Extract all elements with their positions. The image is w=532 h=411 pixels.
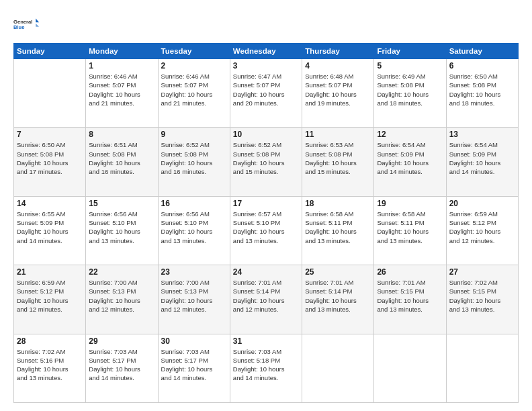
day-info: Sunrise: 6:54 AMSunset: 5:09 PMDaylight:… xyxy=(449,140,515,176)
svg-marker-2 xyxy=(36,18,39,22)
day-info: Sunrise: 7:00 AMSunset: 5:13 PMDaylight:… xyxy=(89,278,154,314)
day-info: Sunrise: 6:49 AMSunset: 5:08 PMDaylight:… xyxy=(377,72,443,107)
day-info: Sunrise: 6:55 AMSunset: 5:09 PMDaylight:… xyxy=(17,210,83,245)
day-info: Sunrise: 6:59 AMSunset: 5:12 PMDaylight:… xyxy=(17,278,83,314)
day-cell: 2Sunrise: 6:46 AMSunset: 5:07 PMDaylight… xyxy=(158,59,230,128)
day-info: Sunrise: 6:56 AMSunset: 5:10 PMDaylight:… xyxy=(161,210,227,245)
day-cell: 29Sunrise: 7:03 AMSunset: 5:17 PMDayligh… xyxy=(86,334,158,402)
day-cell: 10Sunrise: 6:52 AMSunset: 5:08 PMDayligh… xyxy=(230,128,302,196)
day-info: Sunrise: 6:56 AMSunset: 5:10 PMDaylight:… xyxy=(89,210,154,245)
day-info: Sunrise: 6:50 AMSunset: 5:08 PMDaylight:… xyxy=(449,72,515,107)
day-number: 21 xyxy=(17,267,83,277)
day-cell: 4Sunrise: 6:48 AMSunset: 5:07 PMDaylight… xyxy=(302,59,374,128)
day-info: Sunrise: 6:48 AMSunset: 5:07 PMDaylight:… xyxy=(305,72,371,107)
day-info: Sunrise: 7:02 AMSunset: 5:15 PMDaylight:… xyxy=(449,278,515,314)
day-number: 17 xyxy=(233,199,299,208)
day-cell xyxy=(14,59,86,128)
day-cell: 5Sunrise: 6:49 AMSunset: 5:08 PMDaylight… xyxy=(374,59,446,128)
day-number: 20 xyxy=(449,199,515,208)
day-cell: 3Sunrise: 6:47 AMSunset: 5:07 PMDaylight… xyxy=(230,59,302,128)
day-info: Sunrise: 6:54 AMSunset: 5:09 PMDaylight:… xyxy=(377,140,443,176)
col-saturday: Saturday xyxy=(446,44,518,59)
day-cell xyxy=(446,334,518,402)
day-number: 10 xyxy=(233,130,299,139)
day-cell: 28Sunrise: 7:02 AMSunset: 5:16 PMDayligh… xyxy=(14,334,86,402)
day-number: 25 xyxy=(305,267,371,277)
day-info: Sunrise: 6:52 AMSunset: 5:08 PMDaylight:… xyxy=(161,140,227,176)
day-cell: 19Sunrise: 6:58 AMSunset: 5:11 PMDayligh… xyxy=(374,196,446,265)
day-info: Sunrise: 6:47 AMSunset: 5:07 PMDaylight:… xyxy=(233,72,299,107)
day-info: Sunrise: 7:03 AMSunset: 5:17 PMDaylight:… xyxy=(89,347,154,383)
day-cell: 9Sunrise: 6:52 AMSunset: 5:08 PMDaylight… xyxy=(158,128,230,196)
day-cell: 16Sunrise: 6:56 AMSunset: 5:10 PMDayligh… xyxy=(158,196,230,265)
day-cell: 31Sunrise: 7:03 AMSunset: 5:18 PMDayligh… xyxy=(230,334,302,402)
day-cell: 17Sunrise: 6:57 AMSunset: 5:10 PMDayligh… xyxy=(230,196,302,265)
day-number: 24 xyxy=(233,267,299,277)
page: General Blue Sunday Monday Tuesday Wedne… xyxy=(0,0,532,411)
svg-text:Blue: Blue xyxy=(13,24,24,30)
day-number: 9 xyxy=(161,130,227,139)
day-number: 30 xyxy=(161,336,227,346)
week-row-4: 21Sunrise: 6:59 AMSunset: 5:12 PMDayligh… xyxy=(14,265,519,334)
header: General Blue xyxy=(13,12,519,36)
day-cell: 1Sunrise: 6:46 AMSunset: 5:07 PMDaylight… xyxy=(86,59,158,128)
col-monday: Monday xyxy=(86,44,158,59)
day-number: 31 xyxy=(233,336,299,346)
day-number: 15 xyxy=(89,199,154,208)
day-info: Sunrise: 7:01 AMSunset: 5:14 PMDaylight:… xyxy=(305,278,371,314)
day-number: 26 xyxy=(377,267,443,277)
day-cell: 15Sunrise: 6:56 AMSunset: 5:10 PMDayligh… xyxy=(86,196,158,265)
day-info: Sunrise: 6:58 AMSunset: 5:11 PMDaylight:… xyxy=(377,210,443,245)
day-cell: 8Sunrise: 6:51 AMSunset: 5:08 PMDaylight… xyxy=(86,128,158,196)
week-row-5: 28Sunrise: 7:02 AMSunset: 5:16 PMDayligh… xyxy=(14,334,519,402)
day-info: Sunrise: 6:50 AMSunset: 5:08 PMDaylight:… xyxy=(17,140,83,176)
logo-svg: General Blue xyxy=(13,12,39,36)
day-cell: 23Sunrise: 7:00 AMSunset: 5:13 PMDayligh… xyxy=(158,265,230,334)
day-info: Sunrise: 6:52 AMSunset: 5:08 PMDaylight:… xyxy=(233,140,299,176)
day-number: 29 xyxy=(89,336,154,346)
day-number: 27 xyxy=(449,267,515,277)
day-number: 4 xyxy=(305,61,371,71)
day-number: 22 xyxy=(89,267,154,277)
day-cell: 6Sunrise: 6:50 AMSunset: 5:08 PMDaylight… xyxy=(446,59,518,128)
day-cell: 22Sunrise: 7:00 AMSunset: 5:13 PMDayligh… xyxy=(86,265,158,334)
day-number: 8 xyxy=(89,130,154,139)
day-cell: 24Sunrise: 7:01 AMSunset: 5:14 PMDayligh… xyxy=(230,265,302,334)
day-number: 13 xyxy=(449,130,515,139)
day-number: 12 xyxy=(377,130,443,139)
day-info: Sunrise: 7:02 AMSunset: 5:16 PMDaylight:… xyxy=(17,347,83,383)
col-friday: Friday xyxy=(374,44,446,59)
day-number: 28 xyxy=(17,336,83,346)
day-info: Sunrise: 6:51 AMSunset: 5:08 PMDaylight:… xyxy=(89,140,154,176)
day-info: Sunrise: 7:01 AMSunset: 5:14 PMDaylight:… xyxy=(233,278,299,314)
calendar-table: Sunday Monday Tuesday Wednesday Thursday… xyxy=(13,43,519,403)
day-number: 14 xyxy=(17,199,83,208)
day-number: 11 xyxy=(305,130,371,139)
week-row-2: 7Sunrise: 6:50 AMSunset: 5:08 PMDaylight… xyxy=(14,128,519,196)
header-row: Sunday Monday Tuesday Wednesday Thursday… xyxy=(14,44,519,59)
day-info: Sunrise: 6:46 AMSunset: 5:07 PMDaylight:… xyxy=(161,72,227,107)
day-number: 19 xyxy=(377,199,443,208)
day-info: Sunrise: 7:01 AMSunset: 5:15 PMDaylight:… xyxy=(377,278,443,314)
day-cell: 18Sunrise: 6:58 AMSunset: 5:11 PMDayligh… xyxy=(302,196,374,265)
day-number: 6 xyxy=(449,61,515,71)
day-cell: 30Sunrise: 7:03 AMSunset: 5:17 PMDayligh… xyxy=(158,334,230,402)
day-cell: 7Sunrise: 6:50 AMSunset: 5:08 PMDaylight… xyxy=(14,128,86,196)
week-row-3: 14Sunrise: 6:55 AMSunset: 5:09 PMDayligh… xyxy=(14,196,519,265)
svg-marker-3 xyxy=(36,24,39,27)
day-number: 23 xyxy=(161,267,227,277)
day-cell: 21Sunrise: 6:59 AMSunset: 5:12 PMDayligh… xyxy=(14,265,86,334)
day-number: 18 xyxy=(305,199,371,208)
day-number: 1 xyxy=(89,61,154,71)
day-cell xyxy=(302,334,374,402)
day-cell: 12Sunrise: 6:54 AMSunset: 5:09 PMDayligh… xyxy=(374,128,446,196)
col-wednesday: Wednesday xyxy=(230,44,302,59)
day-number: 16 xyxy=(161,199,227,208)
day-cell: 14Sunrise: 6:55 AMSunset: 5:09 PMDayligh… xyxy=(14,196,86,265)
col-tuesday: Tuesday xyxy=(158,44,230,59)
day-cell: 25Sunrise: 7:01 AMSunset: 5:14 PMDayligh… xyxy=(302,265,374,334)
day-info: Sunrise: 6:59 AMSunset: 5:12 PMDaylight:… xyxy=(449,210,515,245)
day-number: 2 xyxy=(161,61,227,71)
day-cell: 13Sunrise: 6:54 AMSunset: 5:09 PMDayligh… xyxy=(446,128,518,196)
day-info: Sunrise: 7:00 AMSunset: 5:13 PMDaylight:… xyxy=(161,278,227,314)
